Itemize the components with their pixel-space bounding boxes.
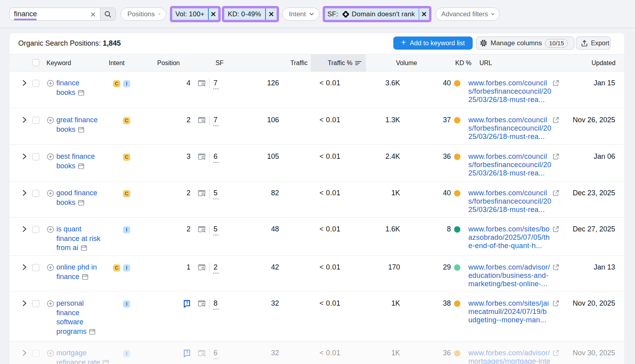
svg-text:?: ? (186, 350, 188, 355)
svg-text:?: ? (186, 300, 188, 305)
